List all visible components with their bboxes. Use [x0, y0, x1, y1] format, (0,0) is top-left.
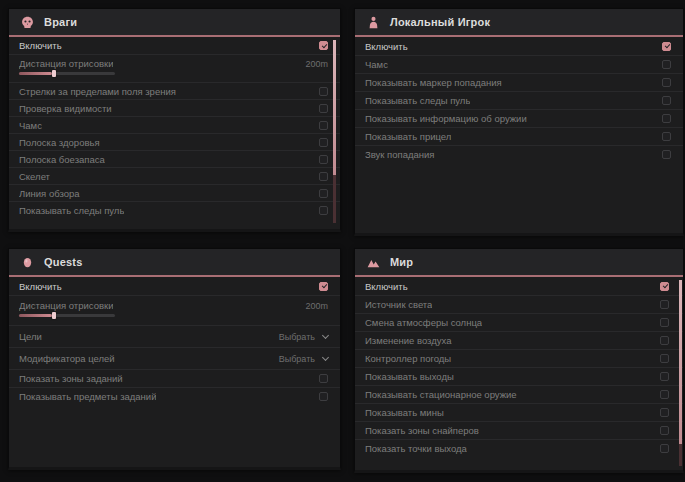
setting-row[interactable]: Чамс: [355, 55, 683, 73]
setting-row[interactable]: Включить: [9, 37, 340, 54]
checkbox[interactable]: [662, 60, 671, 69]
setting-row[interactable]: Показывать следы пуль: [9, 201, 340, 218]
slider-thumb[interactable]: [52, 70, 56, 77]
setting-row[interactable]: Показать зоны заданий: [9, 369, 340, 387]
setting-row[interactable]: Полоска боезапаса: [9, 150, 340, 167]
render-distance-setting: Дистанция отрисовки200m: [9, 54, 340, 82]
setting-row[interactable]: Смена атмосферы солнца: [355, 313, 683, 331]
setting-row[interactable]: Линия обзора: [9, 184, 340, 201]
panel-body: ВключитьДистанция отрисовки200mСтрелки з…: [9, 37, 340, 218]
setting-row[interactable]: Контроллер погоды: [355, 349, 683, 367]
checkbox[interactable]: [660, 426, 669, 435]
panel-title: Локальный Игрок: [390, 16, 490, 28]
dropdown-value: Выбрать: [279, 354, 315, 364]
scrollbar[interactable]: [679, 280, 682, 466]
setting-label: Линия обзора: [19, 188, 80, 199]
setting-label: Чамс: [19, 120, 42, 131]
panel-enemies: ВрагиВключитьДистанция отрисовки200mСтре…: [8, 8, 341, 232]
checkbox[interactable]: [319, 206, 328, 215]
setting-label: Дистанция отрисовки: [19, 300, 113, 311]
scrollbar-thumb[interactable]: [333, 40, 336, 175]
setting-row[interactable]: Источник света: [355, 295, 683, 313]
render-distance-slider[interactable]: [19, 72, 115, 75]
checkbox[interactable]: [319, 189, 328, 198]
chevron-down-icon: [322, 353, 329, 360]
setting-row[interactable]: Показать зоны снайперов: [355, 421, 683, 439]
setting-label: Звук попадания: [365, 149, 435, 160]
setting-row[interactable]: Полоска здоровья: [9, 133, 340, 150]
checkbox[interactable]: [662, 114, 671, 123]
panel-header: Враги: [9, 9, 340, 37]
setting-row[interactable]: Включить: [9, 277, 340, 295]
checkbox[interactable]: [660, 318, 669, 327]
setting-label: Показывать следы пуль: [365, 95, 470, 106]
checkbox[interactable]: [660, 408, 669, 417]
setting-label: Скелет: [19, 171, 50, 182]
setting-label: Показать зоны заданий: [19, 373, 123, 384]
setting-row[interactable]: Скелет: [9, 167, 340, 184]
checkbox[interactable]: [319, 138, 328, 147]
checkbox[interactable]: [319, 392, 328, 401]
slider-fill: [19, 72, 52, 75]
setting-label: Модификатора целей: [19, 353, 115, 364]
setting-row[interactable]: Показать точки выхода: [355, 439, 683, 457]
mountains-icon: [367, 256, 380, 269]
panel-body: ВключитьДистанция отрисовки200mЦелиВыбра…: [9, 277, 340, 405]
quest-icon: [21, 256, 34, 269]
scrollbar[interactable]: [333, 40, 336, 223]
setting-label: Проверка видимости: [19, 103, 112, 114]
checkbox[interactable]: [660, 390, 669, 399]
setting-label: Включить: [365, 281, 408, 292]
scrollbar-thumb[interactable]: [679, 280, 682, 444]
setting-row[interactable]: Проверка видимости: [9, 99, 340, 116]
setting-label: Показывать предметы заданий: [19, 391, 156, 402]
checkbox[interactable]: [660, 336, 669, 345]
setting-row[interactable]: Чамс: [9, 116, 340, 133]
checkbox[interactable]: [319, 121, 328, 130]
setting-label: Включить: [19, 40, 62, 51]
setting-row[interactable]: Показывать мины: [355, 403, 683, 421]
setting-row[interactable]: Звук попадания: [355, 145, 683, 163]
setting-row[interactable]: Включить: [355, 277, 683, 295]
setting-row[interactable]: Стрелки за пределами поля зрения: [9, 82, 340, 99]
setting-row[interactable]: Показывать прицел: [355, 127, 683, 145]
checkbox[interactable]: [662, 96, 671, 105]
checkbox[interactable]: [319, 41, 328, 50]
panel-body: ВключитьЧамсПоказывать маркер попаданияП…: [355, 37, 683, 163]
setting-row[interactable]: Показывать предметы заданий: [9, 387, 340, 405]
checkbox[interactable]: [662, 42, 671, 51]
panel-quests: QuestsВключитьДистанция отрисовки200mЦел…: [8, 248, 341, 470]
panel-title: Quests: [44, 256, 83, 268]
render-distance-slider[interactable]: [19, 314, 115, 317]
checkbox[interactable]: [319, 374, 328, 383]
setting-row[interactable]: Изменение воздуха: [355, 331, 683, 349]
skull-icon: [21, 16, 34, 29]
panel-title: Мир: [390, 256, 413, 268]
dropdown-button[interactable]: Выбрать: [279, 332, 328, 342]
checkbox[interactable]: [662, 78, 671, 87]
chevron-down-icon: [322, 331, 329, 338]
checkbox[interactable]: [662, 132, 671, 141]
setting-row[interactable]: Показывать стационарное оружие: [355, 385, 683, 403]
setting-label: Источник света: [365, 299, 432, 310]
checkbox[interactable]: [660, 300, 669, 309]
checkbox[interactable]: [319, 104, 328, 113]
setting-label: Показывать прицел: [365, 131, 451, 142]
dropdown-button[interactable]: Выбрать: [279, 354, 328, 364]
checkbox[interactable]: [660, 444, 669, 453]
player-icon: [367, 16, 380, 29]
setting-row[interactable]: Показывать маркер попадания: [355, 73, 683, 91]
setting-row[interactable]: Показывать информацию об оружии: [355, 109, 683, 127]
checkbox[interactable]: [319, 87, 328, 96]
checkbox[interactable]: [660, 282, 669, 291]
checkbox[interactable]: [660, 354, 669, 363]
checkbox[interactable]: [660, 372, 669, 381]
setting-row[interactable]: Показывать следы пуль: [355, 91, 683, 109]
checkbox[interactable]: [319, 172, 328, 181]
slider-thumb[interactable]: [52, 312, 56, 319]
setting-row[interactable]: Включить: [355, 37, 683, 55]
checkbox[interactable]: [662, 150, 671, 159]
checkbox[interactable]: [319, 155, 328, 164]
checkbox[interactable]: [319, 282, 328, 291]
setting-row[interactable]: Показывать выходы: [355, 367, 683, 385]
